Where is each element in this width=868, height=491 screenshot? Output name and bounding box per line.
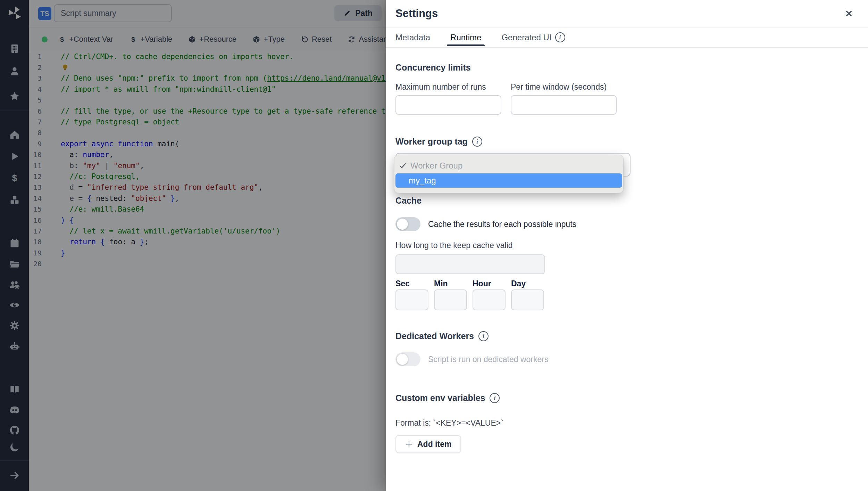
person-icon[interactable] — [9, 66, 20, 77]
tab-metadata[interactable]: Metadata — [395, 27, 430, 47]
star-icon[interactable] — [9, 91, 20, 102]
cache-unit-hour: Hour — [473, 279, 506, 310]
code-line: 8 — [29, 128, 386, 138]
unit-input[interactable] — [473, 289, 506, 310]
cube-icon — [252, 35, 260, 43]
info-icon[interactable]: i — [490, 393, 500, 403]
moon-icon[interactable] — [9, 442, 20, 453]
arrow-right-icon[interactable] — [9, 470, 20, 481]
code-line: 3// Deno uses "npm:" prefix to import fr… — [29, 73, 386, 84]
cache-unit-day: Day — [511, 279, 544, 310]
cache-unit-min: Min — [434, 279, 467, 310]
code-editor[interactable]: 1// Ctrl/CMD+. to cache dependencies on … — [29, 51, 386, 491]
add-item-label: Add item — [417, 440, 451, 449]
unit-label: Sec — [395, 279, 428, 289]
dedicated-toggle-row: Script is run on dedicated workers — [395, 352, 548, 366]
code-line: 20 — [29, 258, 386, 269]
dropdown-option-worker-group[interactable]: Worker Group — [394, 158, 623, 173]
building-icon[interactable] — [9, 43, 20, 54]
sidebar: $ — [0, 0, 29, 491]
toolbar-button-resource[interactable]: +Resource — [188, 35, 236, 44]
toolbar-button-type[interactable]: +Type — [252, 35, 285, 44]
script-summary-input[interactable]: Script summary — [54, 4, 172, 22]
unit-input[interactable] — [395, 289, 428, 310]
worker-group-dropdown: Worker Groupmy_tag — [394, 155, 624, 193]
github-icon[interactable] — [9, 425, 20, 436]
sidebar-divider — [0, 111, 29, 111]
unit-label: Hour — [473, 279, 506, 289]
cube-icon — [188, 35, 196, 43]
line-number: 8 — [29, 129, 42, 137]
code-line: 10 a: number, — [29, 149, 386, 160]
dropdown-option-my_tag[interactable]: my_tag — [395, 173, 622, 188]
line-number: 1 — [29, 52, 42, 61]
toolbar-button-variable[interactable]: $+Variable — [129, 35, 172, 44]
settings-drawer: Settings MetadataRuntimeGenerated UIi Co… — [386, 0, 868, 491]
pencil-icon — [343, 9, 351, 17]
book-icon[interactable] — [9, 384, 20, 395]
home-icon[interactable] — [9, 129, 20, 140]
path-button[interactable]: Path — [334, 5, 382, 21]
typescript-badge: TS — [38, 7, 51, 20]
concurrency-heading: Concurency limits — [395, 63, 471, 73]
code-line: 14 e = { nested: "object" }, — [29, 193, 386, 204]
time-window-input[interactable] — [511, 95, 617, 115]
discord-icon[interactable] — [9, 404, 20, 416]
cache-toggle[interactable] — [395, 217, 420, 231]
line-number: 9 — [29, 140, 42, 148]
svg-text:$: $ — [60, 35, 64, 43]
add-item-button[interactable]: Add item — [395, 435, 461, 453]
eye-icon[interactable] — [9, 300, 20, 311]
code-line: 9export async function main( — [29, 138, 386, 149]
svg-text:$: $ — [12, 173, 17, 183]
cache-duration-input[interactable] — [395, 254, 545, 274]
unit-input[interactable] — [434, 289, 467, 310]
info-icon[interactable]: i — [472, 137, 482, 147]
info-icon: i — [555, 32, 565, 42]
close-icon[interactable] — [845, 10, 853, 17]
cache-duration-label: How long to the keep cache valid — [395, 241, 513, 250]
script-summary-placeholder: Script summary — [61, 9, 116, 18]
code-line: 2 — [29, 62, 386, 73]
folder-icon[interactable] — [9, 259, 20, 270]
line-number: 7 — [29, 118, 42, 126]
dollar-icon[interactable]: $ — [9, 172, 20, 183]
unit-input[interactable] — [511, 289, 544, 310]
gear-icon[interactable] — [9, 320, 20, 331]
line-number: 17 — [29, 227, 42, 235]
line-number: 10 — [29, 150, 42, 159]
unit-label: Day — [511, 279, 544, 289]
cache-unit-sec: Sec — [395, 279, 428, 310]
code-line: 4// import * as wmill from "npm:windmill… — [29, 84, 386, 95]
tab-generated-ui[interactable]: Generated UIi — [501, 27, 565, 47]
cache-toggle-row: Cache the results for each possible inpu… — [395, 217, 576, 231]
play-icon[interactable] — [9, 151, 20, 162]
line-number: 19 — [29, 249, 42, 257]
toolbar-button-context-var[interactable]: $+Context Var — [58, 35, 113, 44]
lightbulb-icon — [61, 63, 69, 72]
code-line: 5 — [29, 95, 386, 106]
toolbar-button-reset[interactable]: Reset — [301, 35, 332, 44]
info-icon[interactable]: i — [478, 331, 489, 341]
line-number: 15 — [29, 205, 42, 213]
user-group-icon[interactable] — [9, 279, 20, 290]
dedicated-workers-toggle[interactable] — [395, 352, 420, 366]
windmill-logo[interactable] — [7, 6, 22, 21]
svg-text:$: $ — [132, 35, 135, 43]
robot-icon[interactable] — [9, 341, 20, 352]
line-number: 12 — [29, 172, 42, 181]
calendar-icon[interactable] — [9, 238, 20, 249]
line-number: 14 — [29, 194, 42, 203]
code-line: 19} — [29, 247, 386, 258]
line-number: 11 — [29, 162, 42, 170]
boxes-icon[interactable] — [9, 194, 20, 205]
max-runs-input[interactable] — [395, 95, 501, 115]
tab-runtime[interactable]: Runtime — [450, 27, 481, 47]
cache-units: SecMinHourDay — [395, 279, 550, 310]
cache-toggle-label: Cache the results for each possible inpu… — [428, 220, 576, 229]
sidebar-divider — [0, 460, 29, 461]
env-format-text: Format is: `<KEY>=<VALUE>` — [395, 418, 503, 428]
line-number: 16 — [29, 216, 42, 224]
line-number: 6 — [29, 107, 42, 115]
line-number: 4 — [29, 85, 42, 93]
